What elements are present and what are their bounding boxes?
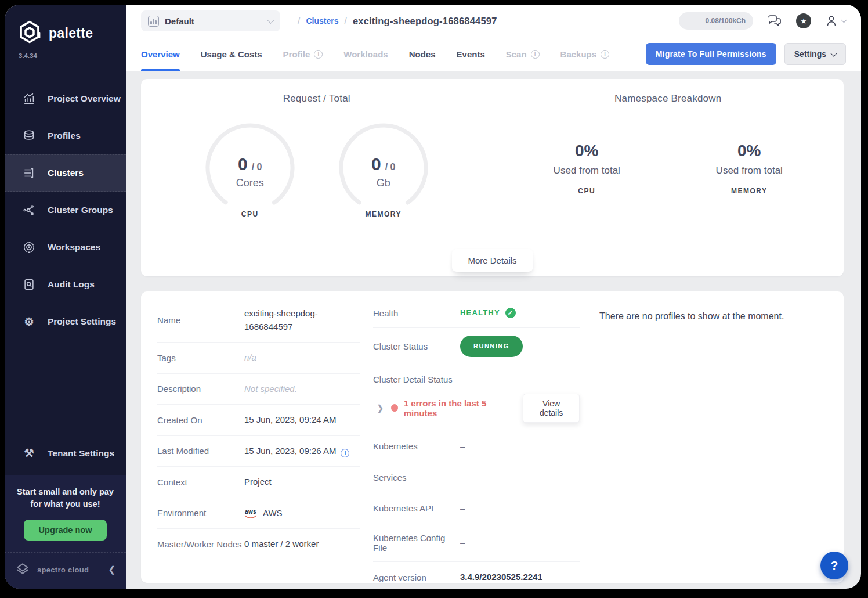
page-content: Request / Total 0 / 0 Cores [126,71,861,589]
sidebar-item-project-settings[interactable]: ⚙ Project Settings [5,303,126,340]
detail-row-kubernetes-api: Kubernetes API – [373,493,580,525]
sidebar-item-label: Cluster Groups [48,205,113,215]
cluster-detail-status-block: Cluster Detail Status ❯ 1 errors in the … [373,365,580,431]
request-total-panel: Request / Total 0 / 0 Cores [141,79,493,276]
profiles-column: There are no profiles to show at the mom… [589,298,827,571]
gauge-label: CPU [204,210,296,218]
row-value: RUNNING [460,336,580,357]
star-icon[interactable]: ★ [796,13,811,28]
breadcrumb-clusters-link[interactable]: Clusters [306,16,338,26]
tab-overview[interactable]: Overview [141,37,180,71]
settings-button[interactable]: Settings [784,43,846,65]
row-label: Environment [157,508,244,518]
namespace-stats: 0% Used from total CPU 0% Used from tota… [523,142,813,195]
more-details-button[interactable]: More Details [451,249,533,272]
detail-row-kubernetes: Kubernetes – [373,431,580,463]
sidebar-footer: spectro cloud ❮ [5,552,126,589]
row-label: Kubernetes API [373,503,460,513]
sidebar-item-label: Project Settings [48,316,116,327]
detail-row-created-on: Created On 15 Jun, 2023, 09:24 AM [157,405,360,436]
row-value: – [460,471,580,484]
brand-name: palette [49,26,93,41]
info-icon[interactable]: i [341,449,349,457]
row-value: – [460,502,580,516]
user-menu[interactable] [825,15,846,27]
sidebar-item-tenant-settings[interactable]: ⚒ Tenant Settings [5,435,126,472]
brand: palette [5,5,126,50]
sidebar-item-cluster-groups[interactable]: Cluster Groups [5,192,126,229]
sidebar-item-profiles[interactable]: Profiles [5,117,126,154]
cpu-gauge: 0 / 0 Cores CPU [204,122,296,214]
app-version: 3.4.34 [5,50,126,70]
row-label: Agent version [373,572,460,582]
cluster-tabs: Overview Usage & Costs Profilei Workload… [141,37,609,71]
info-icon[interactable]: i [531,50,540,59]
project-selector[interactable]: Default [141,10,280,31]
chevron-down-icon [841,17,847,23]
row-value: 15 Jun, 2023, 09:24 AM [244,413,360,427]
top-header: Default / Clusters / exciting-sheepdog-1… [126,5,861,71]
memory-gauge: 0 / 0 Gb MEMORY [338,122,429,214]
sidebar: palette 3.4.34 Project Overview Profiles [5,5,126,589]
app-window: palette 3.4.34 Project Overview Profiles [5,5,861,589]
row-value: – [460,536,580,550]
settings-label: Settings [794,49,826,59]
view-details-button[interactable]: View details [523,394,580,423]
tab-scan[interactable]: Scani [506,37,540,71]
migrate-permissions-button[interactable]: Migrate To Full Permissions [646,43,776,65]
sidebar-item-label: Project Overview [48,93,121,104]
tab-backups[interactable]: Backupsi [560,37,610,71]
tab-events[interactable]: Events [457,37,485,71]
cluster-info-column: Name exciting-sheepdog-1686844597 Tags n… [157,298,373,571]
tab-label: Scan [506,49,527,59]
profiles-icon [22,129,36,142]
main-area: Default / Clusters / exciting-sheepdog-1… [126,5,861,589]
detail-row-name: Name exciting-sheepdog-1686844597 [157,298,360,343]
gauge-unit: Gb [377,177,390,189]
expand-chevron-icon[interactable]: ❯ [377,403,384,413]
project-selector-value: Default [165,16,194,26]
info-icon[interactable]: i [314,50,323,59]
gauge-used: 0 [238,154,248,174]
usage-caption: Used from total [523,165,650,176]
row-value: HEALTHY ✓ [460,307,580,319]
tab-profile[interactable]: Profilei [283,37,323,71]
chart-icon [148,16,159,27]
workspaces-icon [22,241,36,254]
sidebar-item-clusters[interactable]: Clusters [5,154,126,192]
sidebar-item-audit-logs[interactable]: Audit Logs [5,266,126,303]
running-status-badge: RUNNING [460,336,523,357]
tab-workloads[interactable]: Workloads [343,37,388,71]
tab-nodes[interactable]: Nodes [409,37,436,71]
breadcrumb-separator: / [298,16,300,26]
detail-row-agent-version: Agent version 3.4.9/20230525.2241 [373,562,580,589]
row-value: exciting-sheepdog-1686844597 [244,307,349,333]
sidebar-spacer [5,340,126,435]
header-actions: Migrate To Full Permissions Settings [646,43,846,65]
collapse-sidebar-icon[interactable]: ❮ [108,564,115,575]
tab-usage-costs[interactable]: Usage & Costs [201,37,262,71]
gauge-used: 0 [371,154,381,174]
audit-logs-icon [22,278,36,291]
error-message: 1 errors in the last 5 minutes [404,398,515,418]
cluster-details-card: Name exciting-sheepdog-1686844597 Tags n… [141,291,844,583]
info-icon[interactable]: i [601,50,609,59]
help-button[interactable]: ? [820,552,848,579]
clusters-icon [22,167,36,179]
row-label: Kubernetes [373,441,460,451]
header-row-tabs: Overview Usage & Costs Profilei Workload… [126,37,861,71]
namespace-breakdown-title: Namespace Breakdown [614,93,721,105]
sidebar-item-label: Profiles [48,131,81,141]
chat-icon[interactable] [767,14,782,28]
breadcrumb: / Clusters / exciting-sheepdog-168684459… [298,16,497,27]
sidebar-nav: Project Overview Profiles Clusters Clust… [5,80,126,340]
upgrade-now-button[interactable]: Upgrade now [24,520,107,541]
row-value: n/a [244,351,360,365]
spectro-cloud-logo-icon [15,561,30,578]
sidebar-item-label: Audit Logs [48,279,95,290]
sidebar-item-workspaces[interactable]: Workspaces [5,229,126,266]
detail-row-description: Description Not specified. [157,374,360,405]
row-value: 15 Jun, 2023, 09:26 AMi [244,445,360,458]
sidebar-item-project-overview[interactable]: Project Overview [5,80,126,117]
tab-label: Backups [560,49,597,59]
